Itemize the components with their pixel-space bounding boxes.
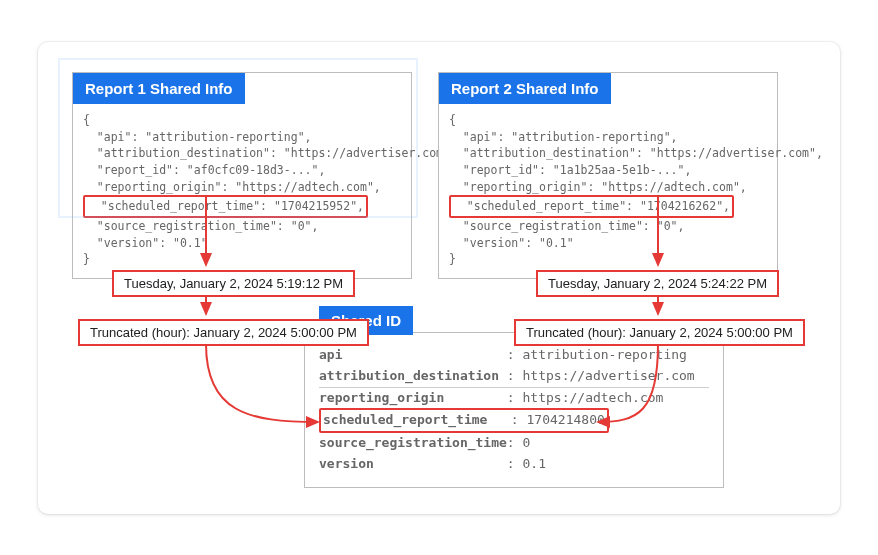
s-dest-l: attribution_destination	[319, 368, 499, 383]
s-api-l: api	[319, 347, 342, 362]
s-ver-v: 0.1	[523, 456, 546, 471]
s-src-v: 0	[523, 435, 531, 450]
shared-id-body: api : attribution-reporting attribution_…	[305, 333, 723, 487]
r2-scheduled-highlight: "scheduled_report_time": "1704216262",	[449, 195, 734, 218]
s-sched-v: 1704214800	[527, 412, 605, 427]
ghost-box-1	[58, 58, 418, 218]
r2-origin: https://adtech.com	[608, 180, 733, 194]
r2-src: 0	[664, 219, 671, 233]
report2-trunc-pill: Truncated (hour): January 2, 2024 5:00:0…	[514, 319, 805, 346]
s-src-l: source_registration_time	[319, 435, 507, 450]
r2-api: attribution-reporting	[518, 130, 663, 144]
r2-id: 1a1b25aa-5e1b-...	[560, 163, 678, 177]
report1-trunc-pill: Truncated (hour): January 2, 2024 5:00:0…	[78, 319, 369, 346]
s-api-v: attribution-reporting	[523, 347, 687, 362]
arrow-r1-trunc-to-shared	[206, 344, 318, 422]
s-dest-v: https://advertiser.com	[523, 368, 695, 383]
diagram-card: Report 1 Shared Info { "api": "attributi…	[38, 42, 840, 514]
s-origin-v: https://adtech.com	[523, 390, 664, 405]
shared-id-panel: Shared ID api : attribution-reporting at…	[304, 332, 724, 488]
report2-time-pill: Tuesday, January 2, 2024 5:24:22 PM	[536, 270, 779, 297]
r1-ver: 0.1	[180, 236, 201, 250]
r2-sched: 1704216262	[647, 199, 716, 213]
s-ver-l: version	[319, 456, 374, 471]
sep-1	[319, 387, 709, 388]
report2-header: Report 2 Shared Info	[439, 73, 611, 104]
r2-ver: 0.1	[546, 236, 567, 250]
shared-scheduled-highlight: scheduled_report_time : 1704214800	[319, 408, 609, 433]
r1-src: 0	[298, 219, 305, 233]
report2-panel: Report 2 Shared Info { "api": "attributi…	[438, 72, 778, 279]
report1-time-pill: Tuesday, January 2, 2024 5:19:12 PM	[112, 270, 355, 297]
r2-dest: https://advertiser.com	[657, 146, 809, 160]
s-origin-l: reporting_origin	[319, 390, 444, 405]
report2-code: { "api": "attribution-reporting", "attri…	[439, 104, 777, 278]
s-sched-l: scheduled_report_time	[323, 412, 487, 427]
